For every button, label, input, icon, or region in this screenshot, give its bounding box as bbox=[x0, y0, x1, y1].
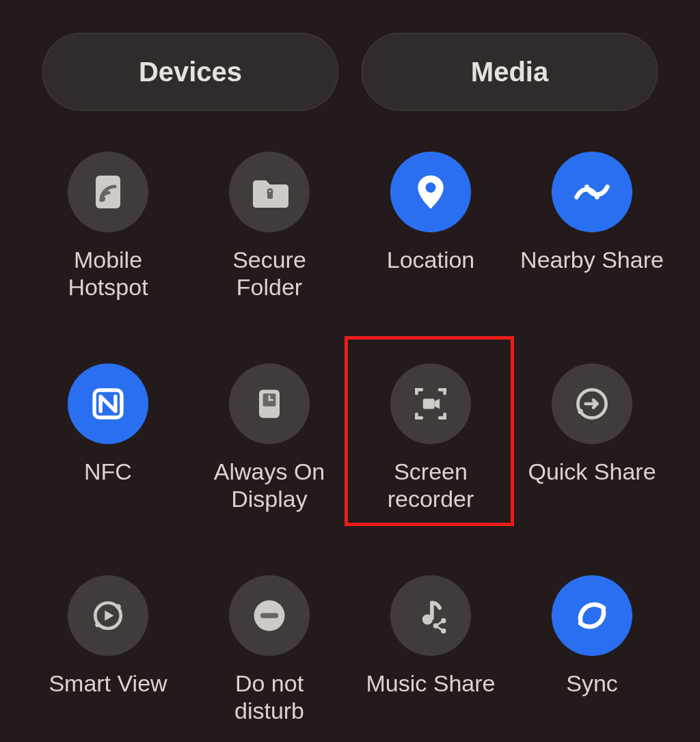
quick-settings-panel: Devices Media Mobile Hotspot Secure Fold… bbox=[0, 0, 700, 742]
tile-label: Sync bbox=[566, 670, 618, 697]
media-button-label: Media bbox=[471, 57, 548, 87]
devices-button-label: Devices bbox=[139, 57, 242, 87]
location-icon bbox=[390, 152, 471, 232]
tile-label: Always On Display bbox=[214, 458, 325, 512]
quick-share-icon bbox=[552, 363, 632, 444]
tile-quick-share[interactable]: Quick Share bbox=[511, 357, 673, 568]
devices-button[interactable]: Devices bbox=[42, 33, 338, 111]
dnd-icon bbox=[229, 575, 310, 656]
nfc-icon bbox=[68, 363, 148, 444]
tile-location[interactable]: Location bbox=[350, 145, 511, 357]
music-share-icon bbox=[390, 575, 471, 656]
tile-label: Secure Folder bbox=[232, 246, 306, 301]
media-button[interactable]: Media bbox=[362, 33, 658, 111]
tile-sync[interactable]: Sync bbox=[511, 568, 673, 742]
hotspot-icon bbox=[68, 152, 148, 232]
tile-do-not-disturb[interactable]: Do not disturb bbox=[189, 568, 350, 742]
screen-recorder-icon bbox=[390, 363, 471, 444]
tile-label: Music Share bbox=[366, 670, 496, 697]
tile-nfc[interactable]: NFC bbox=[27, 357, 189, 568]
tile-label: Location bbox=[387, 246, 475, 273]
tile-secure-folder[interactable]: Secure Folder bbox=[189, 145, 350, 357]
aod-icon bbox=[229, 363, 310, 444]
tile-label: Mobile Hotspot bbox=[68, 246, 148, 301]
tile-smart-view[interactable]: Smart View bbox=[27, 568, 189, 742]
tiles-grid: Mobile Hotspot Secure Folder Location Ne… bbox=[27, 145, 673, 742]
tile-music-share[interactable]: Music Share bbox=[350, 568, 511, 742]
tile-nearby-share[interactable]: Nearby Share bbox=[511, 145, 673, 357]
tile-screen-recorder[interactable]: Screen recorder bbox=[350, 357, 511, 568]
nearby-share-icon bbox=[552, 152, 632, 232]
tile-label: Quick Share bbox=[528, 458, 656, 485]
tile-mobile-hotspot[interactable]: Mobile Hotspot bbox=[27, 145, 189, 357]
tile-always-on-display[interactable]: Always On Display bbox=[189, 357, 350, 568]
sync-icon bbox=[552, 575, 632, 656]
secure-folder-icon bbox=[229, 152, 310, 232]
tile-label: Nearby Share bbox=[520, 246, 664, 273]
smart-view-icon bbox=[68, 575, 148, 656]
tile-label: NFC bbox=[84, 458, 132, 485]
header-buttons: Devices Media bbox=[42, 33, 658, 111]
tile-label: Screen recorder bbox=[388, 458, 474, 512]
tile-label: Do not disturb bbox=[234, 670, 304, 724]
tile-label: Smart View bbox=[49, 670, 167, 697]
